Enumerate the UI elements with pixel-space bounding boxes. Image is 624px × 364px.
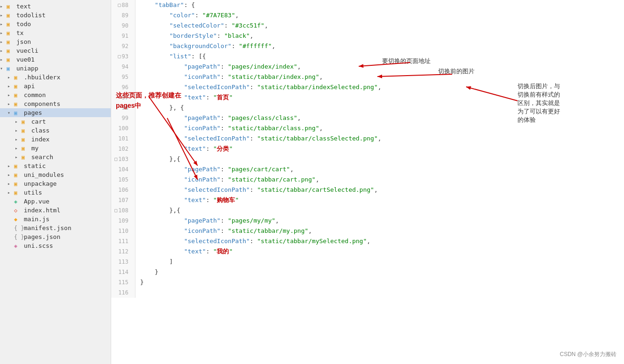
sidebar-item-components[interactable]: ▸▣components [0,99,111,108]
line-number-93: □93 [111,51,131,62]
item-label: json [16,38,31,45]
sidebar-item-class[interactable]: ▸▣class [0,126,111,135]
item-label: api [24,83,35,90]
code-line-90: "selectedColor": "#3cc51f", [140,21,624,31]
fold-icon[interactable]: □ [114,205,117,216]
sidebar-item-uni_scss[interactable]: ◈uni.scss [0,241,111,250]
json-file-icon: { } [14,234,22,240]
fold-icon[interactable]: □ [118,51,121,62]
line-number-107: 107 [111,195,131,205]
vue-file-icon: ◈ [14,198,22,205]
item-label: App.vue [24,198,50,205]
item-label: tx [16,29,24,36]
folder-icon: ▣ [21,136,30,143]
collapse-arrow: ▸ [15,137,21,142]
code-line-97: "text": "首页" [140,92,624,103]
fold-icon[interactable]: □ [118,0,121,10]
sidebar-item-unpackage[interactable]: ▸▣unpackage [0,179,111,188]
item-label: cart [31,118,46,125]
sidebar-item-vue01[interactable]: ▸▣vue01 [0,55,111,64]
sidebar-item-vuecli[interactable]: ▸▣vuecli [0,46,111,55]
item-label: uni_modules [24,171,64,178]
code-line-107: "text": "购物车" [140,195,624,205]
sidebar-item-todo[interactable]: ▸▣todo [0,20,111,28]
sidebar-item-json[interactable]: ▸▣json [0,37,111,46]
sidebar-item-pages_json[interactable]: { }pages.json [0,232,111,241]
folder-icon: ▣ [7,56,15,63]
folder-icon: ▣ [14,101,22,107]
collapse-arrow: ▸ [7,181,14,186]
folder-icon: ▣ [7,65,15,72]
line-number-90: 90 [111,21,131,31]
sidebar-item-uniapp[interactable]: ▾▣uniapp [0,64,111,73]
sidebar-item-hbuilderx[interactable]: ▸▣.hbuilderx [0,73,111,82]
expand-arrow: ▾ [0,66,7,71]
sidebar-item-index_html[interactable]: ◇index.html [0,206,111,215]
collapse-arrow: ▸ [0,21,7,27]
sidebar-item-tx[interactable]: ▸▣tx [0,28,111,37]
code-line-101: "selectedIconPath": "static/tabbar/class… [140,133,624,144]
code-line-115: } [140,277,624,287]
collapse-arrow: ▸ [7,101,14,106]
item-label: .hbuilderx [24,74,60,81]
folder-icon: ▣ [14,83,22,90]
sidebar-item-text[interactable]: ▸▣text [0,2,111,11]
item-label: utils [24,189,42,196]
sidebar-item-todolist[interactable]: ▸▣todolist [0,11,111,20]
folder-icon: ▣ [14,189,22,196]
code-line-112: "text": "我的" [140,246,624,257]
item-label: pages [24,109,42,116]
sidebar-item-index[interactable]: ▸▣index [0,135,111,144]
item-label: unpackage [24,180,57,187]
item-label: index.html [24,207,60,214]
line-number-97: 97 [111,92,131,103]
sidebar-item-main_js[interactable]: ◆main.js [0,215,111,224]
json-file-icon: { } [14,225,22,231]
item-label: static [24,162,46,169]
folder-icon: ▣ [21,154,30,161]
line-number-104: 104 [111,164,131,175]
line-number-101: 101 [111,133,131,144]
sidebar-item-common[interactable]: ▸▣common [0,91,111,99]
code-line-92: "backgroundColor": "#ffffff", [140,41,624,51]
sidebar-item-utils[interactable]: ▸▣utils [0,188,111,197]
fold-icon[interactable]: □ [114,154,117,164]
sidebar-item-cart[interactable]: ▸▣cart [0,117,111,126]
collapse-arrow: ▸ [7,163,14,168]
collapse-arrow: ▸ [7,172,14,177]
sidebar-item-manifest_json[interactable]: { }manifest.json [0,224,111,232]
code-line-114: } [140,267,624,277]
line-number-105: 105 [111,175,131,185]
code-line-108: },{ [140,205,624,216]
code-line-99: "pagePath": "pages/class/class", [140,113,624,123]
sidebar-item-my[interactable]: ▸▣my [0,144,111,153]
file-explorer[interactable]: ▸▣text▸▣todolist▸▣todo▸▣tx▸▣json▸▣vuecli… [0,0,111,364]
code-line-100: "iconPath": "static/tabbar/class.png", [140,123,624,133]
sidebar-item-app_vue[interactable]: ◈App.vue [0,197,111,206]
collapse-arrow: ▸ [7,75,14,80]
line-number-106: 106 [111,185,131,195]
item-label: my [31,145,39,152]
sidebar-item-uni_modules[interactable]: ▸▣uni_modules [0,170,111,179]
folder-icon: ▣ [7,3,15,10]
line-number-114: 114 [111,267,131,277]
folder-icon: ▣ [14,163,22,169]
item-label: vue01 [16,56,35,63]
item-label: manifest.json [24,224,71,231]
collapse-arrow: ▸ [0,39,7,44]
code-line-106: "selectedIconPath": "static/tabbar/cartS… [140,185,624,195]
sidebar-item-api[interactable]: ▸▣api [0,82,111,91]
item-label: class [31,127,50,134]
item-label: uni.scss [24,242,53,249]
line-number-110: 110 [111,226,131,236]
sidebar-item-static[interactable]: ▸▣static [0,161,111,170]
collapse-arrow: ▸ [15,146,21,151]
sidebar-item-search[interactable]: ▸▣search [0,153,111,161]
sidebar-item-pages[interactable]: ▾▣pages [0,108,111,117]
collapse-arrow: ▸ [0,30,7,35]
code-line-104: "pagePath": "pages/cart/cart", [140,164,624,175]
folder-icon: ▣ [7,48,15,54]
line-number-103: □103 [111,154,131,164]
code-line-88: "tabBar": { [140,0,624,10]
item-label: index [31,136,50,143]
